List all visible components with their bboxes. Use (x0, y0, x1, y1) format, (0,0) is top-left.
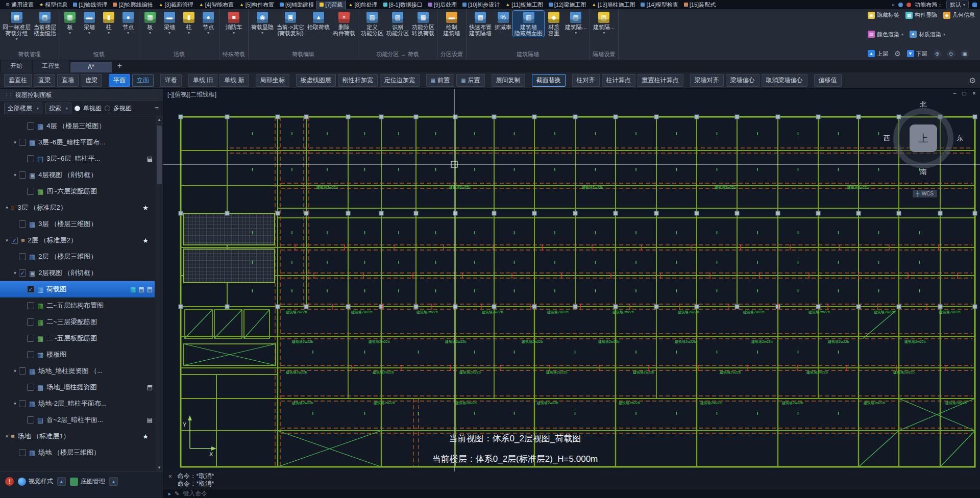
tree-item[interactable]: ▤首~2层_暗柱平面...▤ (0, 412, 155, 428)
toolbar-button[interactable]: 层间复制 (492, 74, 525, 87)
doc-tab-A*[interactable]: A* (70, 62, 112, 72)
compass-west-label[interactable]: 西 (884, 134, 890, 143)
close-icon[interactable]: × (972, 90, 976, 97)
toolbar-button[interactable]: 单线 新 (219, 74, 249, 87)
toolbar-button[interactable]: 柱对齐 (572, 74, 600, 87)
multi-view-radio[interactable] (105, 106, 110, 111)
ribbon-button[interactable]: ▦快速布置建筑隔墙 (468, 11, 493, 37)
tree-item[interactable]: ▦2层 （楼层三维图） (0, 248, 155, 265)
tree-item[interactable]: ▾≡3层 （标准层2）★ (0, 200, 155, 216)
menu-overflow-icon[interactable]: » (892, 2, 895, 8)
ribbon-button[interactable]: ▮柱▾ (179, 11, 199, 35)
base-map-button[interactable]: 底图管理 (70, 477, 105, 486)
gear-icon[interactable]: ⚙ (894, 49, 901, 58)
menu-item-postprocess[interactable]: [9]后处理 (426, 1, 459, 9)
tree-checkbox[interactable] (19, 171, 26, 179)
tree-checkbox[interactable] (19, 253, 26, 260)
scrollbar-thumb[interactable] (157, 126, 162, 184)
menu-item-preprocess[interactable]: ▲[8]前处理 (346, 1, 380, 9)
ribbon-button[interactable]: ▦同一标准层荷载分组▾ (1, 11, 32, 41)
toolbar-button[interactable]: 重置柱计算点 (638, 74, 683, 87)
toolbar-button[interactable]: 定位边加宽 (380, 74, 420, 87)
link-icon[interactable]: ▤ (138, 286, 144, 293)
toolbar-button[interactable]: 立面 (132, 74, 154, 87)
ribbon-button[interactable]: ▮柱▾ (99, 11, 118, 35)
menu-item-smart-layout[interactable]: ▲[4]智能布置 (197, 1, 236, 9)
edit-layout-icon[interactable] (972, 3, 977, 7)
page-icon[interactable]: ▤ (147, 286, 153, 293)
tree-item[interactable]: ▦四~六层梁配筋图 (0, 183, 155, 200)
expand-arrow-icon[interactable]: ▾ (3, 434, 11, 439)
compass-top-face[interactable]: 上 (910, 124, 937, 152)
close-icon[interactable]: × (168, 473, 172, 488)
ribbon-button[interactable]: ▲抬取荷载 (306, 11, 331, 31)
warning-icon[interactable]: ! (5, 477, 14, 486)
ribbon-button[interactable]: ▬梁墙▾ (160, 11, 179, 35)
toolbar-button[interactable]: 直墙 (57, 74, 79, 87)
toolbar-button[interactable]: 虚梁 (81, 74, 102, 87)
view-list-icon[interactable]: ≡ (155, 105, 159, 113)
menu-item-axis-manage[interactable]: [1]轴线管理 (70, 1, 110, 9)
toolbar-button[interactable]: 板虚线图层 (296, 74, 336, 87)
toolbar-button[interactable]: 刚性杆加宽 (338, 74, 378, 87)
material-render-button[interactable]: ●材质渲染▾ (910, 31, 945, 38)
tree-item[interactable]: ▦二~五层板配筋图 (0, 330, 155, 346)
view-compass[interactable]: 上 北 南 西 东 (893, 108, 953, 168)
drawing-viewport[interactable]: 建筑墙2w22b建筑墙2w22b建筑墙2w22b建筑墙2w22b建筑墙2w22b… (163, 89, 980, 471)
tree-checkbox[interactable]: ✓ (19, 269, 26, 277)
toolbar-gear-icon[interactable]: ⚙ (969, 76, 976, 85)
visual-style-button[interactable]: 视觉样式 (18, 477, 53, 486)
toolbar-button[interactable]: 柱计算点 (602, 74, 635, 87)
tree-item[interactable]: ▦3层 （楼层三维图） (0, 216, 155, 232)
toolbar-button[interactable]: 梁墙对齐 (690, 74, 724, 87)
tree-checkbox[interactable] (27, 384, 34, 391)
ribbon-button[interactable]: ◆材质容重 (544, 11, 564, 37)
expand-arrow-icon[interactable]: ▾ (3, 238, 11, 243)
toolbar-button[interactable]: 详看 (160, 74, 182, 87)
tree-item[interactable]: ▾≡场地 （标准层1）★ (0, 428, 155, 444)
tree-item[interactable]: ▾▦场地-2层_暗柱平面布... (0, 395, 155, 412)
menu-item-beam-drawing[interactable]: [12]梁施工图 (546, 1, 589, 9)
floor-plan-canvas[interactable]: 建筑墙2w22b建筑墙2w22b建筑墙2w22b建筑墙2w22b建筑墙2w22b… (163, 89, 980, 471)
toolbar-button[interactable]: 平面 (109, 74, 130, 87)
tree-checkbox[interactable] (19, 400, 26, 407)
lower-floor-button[interactable]: ▼下层 (907, 50, 927, 58)
compass-east-label[interactable]: 东 (957, 134, 963, 143)
single-view-radio[interactable] (75, 106, 80, 111)
tree-item[interactable]: ▾✓≡2层 （标准层2）★ (0, 232, 155, 248)
tree-item[interactable]: ▦场地 （楼层三维图） (0, 444, 155, 461)
ribbon-button[interactable]: ◉荷载显隐▾ (250, 11, 275, 35)
tree-checkbox[interactable] (27, 318, 34, 326)
expand-arrow-icon[interactable]: ▾ (11, 368, 19, 374)
toolbar-button[interactable]: 截面替换 (532, 74, 566, 87)
wcs-badge[interactable]: ┼ WCS (913, 190, 937, 197)
toolbar-button[interactable]: 局部坐标 (256, 74, 289, 87)
scrollbar-track[interactable] (156, 123, 163, 464)
zoom-out-icon[interactable]: ⊖ (947, 50, 955, 58)
menu-item-member-layout[interactable]: ▲[5]构件布置 (237, 1, 277, 9)
upper-floor-button[interactable]: ▲上层 (868, 50, 888, 58)
favorite-star-icon[interactable]: ★ (142, 433, 149, 440)
tree-item[interactable]: ▾▦场地_墙柱提资图 （... (0, 363, 155, 379)
favorite-star-icon[interactable]: ★ (142, 204, 149, 212)
ribbon-button[interactable]: ▣当前->其它(荷载复制) (275, 11, 306, 37)
restore-icon[interactable]: □ (963, 90, 966, 97)
ribbon-button[interactable]: ▤建筑隔...▾ (592, 11, 616, 35)
tree-item[interactable]: ✓▥荷载图▦▤▤ (0, 281, 155, 297)
fit-view-icon[interactable]: ▣ (961, 50, 969, 58)
base-map-expand-icon[interactable]: ▲ (109, 477, 118, 486)
ribbon-button[interactable]: ×删除构件荷载 (331, 11, 357, 37)
ribbon-button[interactable]: ▬绘制建筑墙 (442, 11, 462, 37)
member-visibility-button[interactable]: ▦构件显隐 (905, 11, 937, 19)
menu-item-prefab[interactable]: [15]装配式 (681, 1, 718, 9)
expand-arrow-icon[interactable]: ▾ (11, 270, 19, 276)
floor-filter-select[interactable]: 全部楼层 ▾ (4, 103, 42, 114)
tree-checkbox[interactable]: ✓ (27, 286, 34, 293)
search-select[interactable]: 搜索 ▾ (45, 103, 71, 114)
tree-item[interactable]: ▾▣4层视图 （剖切框） (0, 167, 155, 183)
toolbar-button[interactable]: 梁墙偏心 (726, 74, 760, 87)
layout-select[interactable]: 默认▾ (946, 1, 969, 9)
page-icon[interactable]: ▤ (147, 416, 153, 424)
tree-item[interactable]: ▾✓▣2层视图 （剖切框） (0, 265, 155, 281)
visual-style-expand-icon[interactable]: ▲ (57, 477, 66, 486)
